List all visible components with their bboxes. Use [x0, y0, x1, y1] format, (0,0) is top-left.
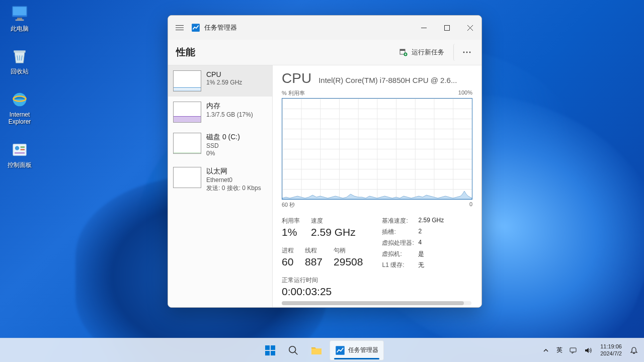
- taskbar[interactable]: 任务管理器 英 11:19:06 2024/7/2: [0, 338, 644, 362]
- sidebar-item-ethernet[interactable]: 以太网 Ethernet0 发送: 0 接收: 0 Kbps: [168, 162, 272, 198]
- toolbar: 性能 运行新任务: [168, 40, 481, 65]
- taskbar-task-manager[interactable]: 任务管理器: [330, 340, 384, 360]
- sidebar-disk-sub1: SSD: [206, 142, 240, 149]
- sidebar-item-disk[interactable]: 磁盘 0 (C:) SSD 0%: [168, 128, 272, 162]
- stat-uptime-label: 正常运行时间: [282, 276, 363, 285]
- sidebar-item-cpu[interactable]: CPU 1% 2.59 GHz: [168, 65, 272, 97]
- minimize-button[interactable]: [412, 20, 435, 36]
- desktop-icon-control[interactable]: 控制面板: [4, 138, 35, 170]
- svg-rect-4: [14, 51, 25, 53]
- svg-rect-21: [271, 345, 275, 350]
- stat-util-label: 利用率: [282, 217, 300, 225]
- svg-rect-22: [265, 351, 270, 355]
- sidebar-disk-title: 磁盘 0 (C:): [206, 133, 240, 142]
- page-title: 性能: [176, 46, 195, 59]
- cpu-detail-pane: CPU Intel(R) Core(TM) i7-8850H CPU @ 2.6…: [273, 65, 481, 307]
- sidebar-disk-sub2: 0%: [206, 150, 240, 157]
- tray-notifications-icon[interactable]: [627, 340, 641, 360]
- svg-point-24: [289, 346, 296, 352]
- clock-date: 2024/7/2: [600, 350, 622, 357]
- sidebar-eth-sub2: 发送: 0 接收: 0 Kbps: [206, 184, 261, 193]
- stat-processes-label: 进程: [282, 246, 294, 255]
- folder-icon: [310, 344, 323, 356]
- disk-thumbnail: [173, 133, 201, 154]
- chart-ylabel: % 利用率: [282, 89, 305, 97]
- clock-time: 11:19:06: [600, 343, 622, 350]
- search-button[interactable]: [283, 340, 303, 360]
- task-manager-window: 任务管理器 性能 运行新任务 CPU 1% 2.59 GHz: [168, 15, 482, 308]
- run-new-task-button[interactable]: 运行新任务: [394, 45, 449, 60]
- svg-rect-13: [444, 25, 449, 30]
- stat-speed-label: 速度: [311, 217, 356, 225]
- spec-vm-label: 虚拟机:: [382, 250, 418, 258]
- search-icon: [288, 345, 299, 356]
- titlebar[interactable]: 任务管理器: [168, 16, 481, 40]
- cpu-utilization-chart[interactable]: [282, 98, 472, 200]
- run-task-label: 运行新任务: [412, 48, 444, 57]
- spec-sockets-label: 插槽:: [382, 228, 418, 236]
- svg-rect-9: [21, 146, 25, 148]
- run-task-icon: [399, 48, 408, 56]
- cpu-specs: 基准速度:2.59 GHz 插槽:2 虚拟处理器:4 虚拟机:是 L1 缓存:无: [382, 217, 444, 298]
- sidebar-eth-title: 以太网: [206, 167, 261, 176]
- chart-xleft: 60 秒: [282, 201, 295, 209]
- spec-vproc-label: 虚拟处理器:: [382, 239, 418, 247]
- svg-rect-1: [13, 7, 27, 16]
- desktop-icon-label: Internet Explorer: [6, 111, 34, 126]
- control-panel-icon: [10, 140, 30, 160]
- task-manager-icon: [191, 23, 200, 32]
- stat-uptime-value: 0:00:03:25: [282, 286, 363, 298]
- ie-icon: [10, 89, 30, 110]
- desktop-icon-label: 控制面板: [8, 161, 32, 168]
- desktop-icon-ie[interactable]: Internet Explorer: [4, 88, 35, 127]
- more-options-button[interactable]: [453, 44, 473, 61]
- desktop-icon-computer[interactable]: 此电脑: [4, 2, 35, 34]
- task-manager-icon: [335, 345, 345, 355]
- cpu-heading: CPU: [282, 70, 311, 86]
- computer-icon: [10, 4, 30, 24]
- stat-speed-value: 2.59 GHz: [311, 226, 356, 238]
- ethernet-thumbnail: [173, 167, 201, 188]
- svg-rect-10: [21, 149, 25, 150]
- close-button[interactable]: [458, 20, 481, 36]
- spec-l1-value: 无: [418, 261, 424, 269]
- sidebar-cpu-title: CPU: [206, 70, 242, 78]
- sidebar-item-memory[interactable]: 内存 1.3/7.5 GB (17%): [168, 97, 272, 128]
- spec-l1-label: L1 缓存:: [382, 261, 418, 269]
- svg-rect-26: [570, 348, 576, 352]
- svg-point-18: [466, 52, 467, 53]
- file-explorer-button[interactable]: [306, 340, 327, 360]
- svg-rect-20: [265, 345, 270, 350]
- sidebar-cpu-sub: 1% 2.59 GHz: [206, 79, 242, 86]
- maximize-button[interactable]: [435, 20, 458, 36]
- svg-rect-15: [400, 49, 405, 51]
- desktop-icon-label: 此电脑: [11, 25, 29, 32]
- desktop-icon-recycle[interactable]: 回收站: [4, 45, 35, 76]
- chart-xright: 0: [469, 201, 472, 209]
- taskbar-clock[interactable]: 11:19:06 2024/7/2: [596, 343, 626, 357]
- content-area: CPU 1% 2.59 GHz 内存 1.3/7.5 GB (17%) 磁盘 0…: [168, 65, 481, 307]
- hamburger-button[interactable]: [168, 16, 191, 40]
- system-tray: 英 11:19:06 2024/7/2: [539, 340, 644, 360]
- stat-processes-value: 60: [282, 256, 294, 268]
- svg-rect-2: [17, 18, 22, 19]
- ime-indicator[interactable]: 英: [554, 346, 565, 354]
- tray-action-center-icon[interactable]: [566, 340, 580, 360]
- sidebar-eth-sub1: Ethernet0: [206, 176, 261, 184]
- svg-point-19: [469, 52, 470, 53]
- spec-sockets-value: 2: [418, 228, 422, 236]
- window-title: 任务管理器: [204, 24, 237, 32]
- taskbar-active-label: 任务管理器: [348, 346, 378, 354]
- start-button[interactable]: [260, 340, 280, 360]
- sidebar-mem-title: 内存: [206, 102, 253, 111]
- tray-chevron-up[interactable]: [539, 340, 553, 360]
- horizontal-scrollbar[interactable]: [282, 301, 471, 305]
- tray-volume-icon[interactable]: [581, 340, 595, 360]
- memory-thumbnail: [173, 102, 201, 123]
- stat-handles-label: 句柄: [334, 246, 363, 255]
- sidebar-mem-sub: 1.3/7.5 GB (17%): [206, 111, 253, 118]
- stat-util-value: 1%: [282, 226, 300, 238]
- spec-vproc-value: 4: [418, 239, 422, 247]
- svg-rect-3: [16, 20, 24, 21]
- chart-ymax: 100%: [458, 89, 472, 97]
